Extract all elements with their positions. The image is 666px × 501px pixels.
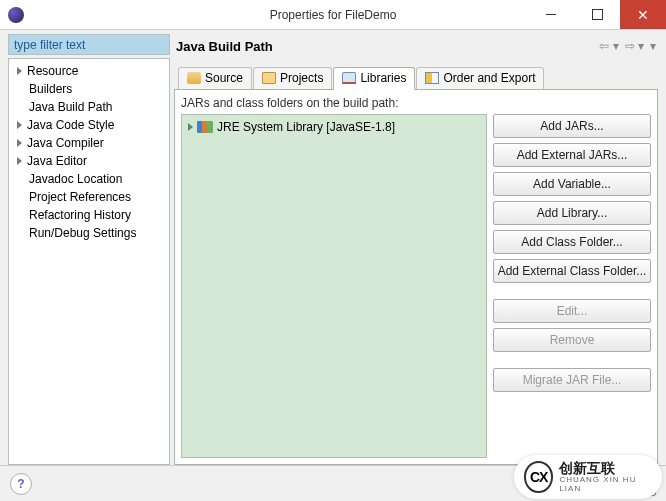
libraries-icon bbox=[342, 72, 356, 84]
tree-label: Refactoring History bbox=[29, 208, 131, 222]
tree-item-builders[interactable]: Builders bbox=[9, 80, 169, 98]
tree-label: Javadoc Location bbox=[29, 172, 122, 186]
titlebar: Properties for FileDemo ✕ bbox=[0, 0, 666, 30]
close-button[interactable]: ✕ bbox=[620, 0, 666, 29]
watermark-logo: CX 创新互联 CHUANG XIN HU LIAN bbox=[514, 455, 662, 499]
add-library-button[interactable]: Add Library... bbox=[493, 201, 651, 225]
tree-item-javadoc-location[interactable]: Javadoc Location bbox=[9, 170, 169, 188]
watermark-cn: 创新互联 bbox=[559, 461, 652, 476]
forward-arrow-icon[interactable]: ⇨ ▾ bbox=[625, 39, 644, 53]
add-variable-button[interactable]: Add Variable... bbox=[493, 172, 651, 196]
window-controls: ✕ bbox=[528, 0, 666, 29]
back-arrow-icon[interactable]: ⇦ ▾ bbox=[599, 39, 618, 53]
projects-icon bbox=[262, 72, 276, 84]
button-column: Add JARs... Add External JARs... Add Var… bbox=[493, 114, 651, 458]
nav-arrows: ⇦ ▾ ⇨ ▾ ▾ bbox=[599, 39, 656, 53]
tab-label: Libraries bbox=[360, 71, 406, 85]
jar-row: JRE System Library [JavaSE-1.8] Add JARs… bbox=[181, 114, 651, 458]
watermark-text: 创新互联 CHUANG XIN HU LIAN bbox=[559, 461, 652, 494]
section-title: Java Build Path bbox=[176, 39, 273, 54]
watermark-py: CHUANG XIN HU LIAN bbox=[559, 476, 652, 494]
separator bbox=[493, 357, 651, 363]
remove-button[interactable]: Remove bbox=[493, 328, 651, 352]
jar-item-label: JRE System Library [JavaSE-1.8] bbox=[217, 120, 395, 134]
tab-order-export[interactable]: Order and Export bbox=[416, 67, 544, 89]
migrate-jar-button[interactable]: Migrate JAR File... bbox=[493, 368, 651, 392]
tree-item-java-editor[interactable]: Java Editor bbox=[9, 152, 169, 170]
tab-source[interactable]: Source bbox=[178, 67, 252, 89]
tab-projects[interactable]: Projects bbox=[253, 67, 332, 89]
add-external-jars-button[interactable]: Add External JARs... bbox=[493, 143, 651, 167]
tab-label: Order and Export bbox=[443, 71, 535, 85]
menu-arrow-icon[interactable]: ▾ bbox=[650, 39, 656, 53]
separator bbox=[493, 288, 651, 294]
tab-label: Projects bbox=[280, 71, 323, 85]
chevron-right-icon[interactable] bbox=[13, 155, 25, 167]
tree-item-refactoring-history[interactable]: Refactoring History bbox=[9, 206, 169, 224]
section-header: Java Build Path ⇦ ▾ ⇨ ▾ ▾ bbox=[174, 34, 658, 58]
library-icon bbox=[197, 121, 213, 133]
chevron-right-icon[interactable] bbox=[188, 123, 193, 131]
maximize-button[interactable] bbox=[574, 0, 620, 29]
tree-label: Java Code Style bbox=[27, 118, 114, 132]
minimize-button[interactable] bbox=[528, 0, 574, 29]
tab-libraries[interactable]: Libraries bbox=[333, 67, 415, 90]
tree-label: Java Editor bbox=[27, 154, 87, 168]
tab-row: Source Projects Libraries Order and Expo… bbox=[174, 64, 658, 90]
tree-item-java-compiler[interactable]: Java Compiler bbox=[9, 134, 169, 152]
filter-input[interactable] bbox=[8, 34, 170, 55]
jar-item-jre[interactable]: JRE System Library [JavaSE-1.8] bbox=[186, 119, 482, 135]
watermark-initials: CX bbox=[524, 461, 553, 493]
tab-label: Source bbox=[205, 71, 243, 85]
jar-list[interactable]: JRE System Library [JavaSE-1.8] bbox=[181, 114, 487, 458]
tree-label: Java Compiler bbox=[27, 136, 104, 150]
chevron-right-icon[interactable] bbox=[13, 65, 25, 77]
tree-label: Java Build Path bbox=[29, 100, 112, 114]
chevron-right-icon[interactable] bbox=[13, 119, 25, 131]
tree-item-resource[interactable]: Resource bbox=[9, 62, 169, 80]
chevron-right-icon[interactable] bbox=[13, 137, 25, 149]
tree-item-java-build-path[interactable]: Java Build Path bbox=[9, 98, 169, 116]
add-class-folder-button[interactable]: Add Class Folder... bbox=[493, 230, 651, 254]
nav-tree[interactable]: Resource Builders Java Build Path Java C… bbox=[8, 58, 170, 465]
source-icon bbox=[187, 72, 201, 84]
edit-button[interactable]: Edit... bbox=[493, 299, 651, 323]
tree-item-run-debug-settings[interactable]: Run/Debug Settings bbox=[9, 224, 169, 242]
tree-item-project-references[interactable]: Project References bbox=[9, 188, 169, 206]
tab-body: JARs and class folders on the build path… bbox=[174, 90, 658, 465]
tree-label: Run/Debug Settings bbox=[29, 226, 136, 240]
add-jars-button[interactable]: Add JARs... bbox=[493, 114, 651, 138]
tree-label: Resource bbox=[27, 64, 78, 78]
left-panel: Resource Builders Java Build Path Java C… bbox=[8, 34, 170, 465]
content: Resource Builders Java Build Path Java C… bbox=[0, 30, 666, 465]
add-external-class-folder-button[interactable]: Add External Class Folder... bbox=[493, 259, 651, 283]
order-export-icon bbox=[425, 72, 439, 84]
right-panel: Java Build Path ⇦ ▾ ⇨ ▾ ▾ Source Project… bbox=[174, 34, 658, 465]
help-icon[interactable]: ? bbox=[10, 473, 32, 495]
tree-label: Project References bbox=[29, 190, 131, 204]
tree-item-java-code-style[interactable]: Java Code Style bbox=[9, 116, 169, 134]
tree-label: Builders bbox=[29, 82, 72, 96]
jar-caption: JARs and class folders on the build path… bbox=[181, 96, 651, 110]
